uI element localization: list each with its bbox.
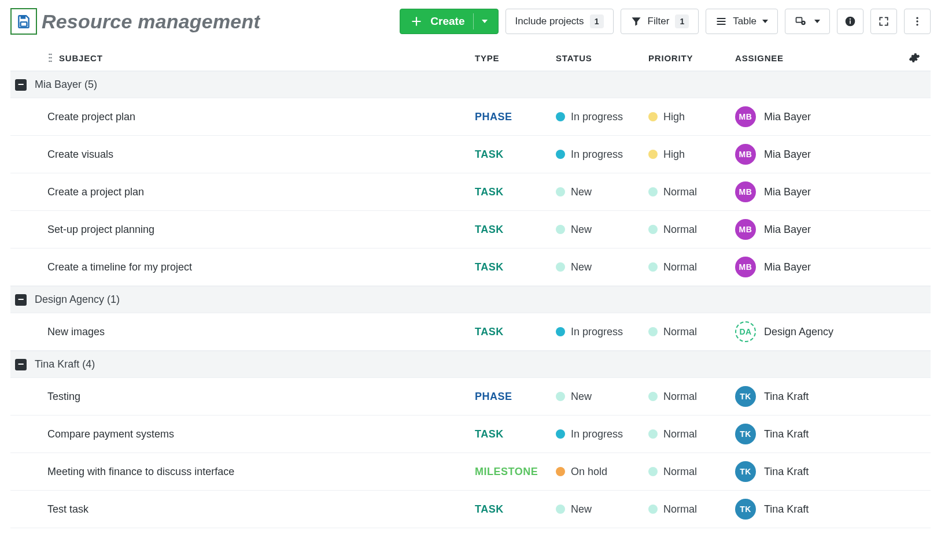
cell-assignee: MBMia Bayer: [735, 257, 897, 277]
funnel-icon: [630, 16, 642, 27]
group-header[interactable]: −Design Agency (1): [10, 286, 931, 313]
cell-type: TASK: [475, 186, 556, 198]
cell-subject: Create project plan: [38, 111, 475, 123]
table-row[interactable]: Test taskTASKNewNormalTKTina Kraft: [10, 491, 931, 528]
cell-status: New: [556, 186, 648, 198]
card-icon: [795, 16, 806, 27]
table-body: −Mia Bayer (5)Create project planPHASEIn…: [10, 71, 931, 528]
cell-type: TASK: [475, 428, 556, 440]
cell-assignee: MBMia Bayer: [735, 144, 897, 165]
view-select[interactable]: Table: [706, 9, 778, 34]
info-button[interactable]: [837, 9, 863, 34]
toolbar: Create Include projects 1 Filter 1 Tabl: [400, 9, 931, 34]
svg-rect-0: [21, 16, 26, 18]
cell-priority: Normal: [648, 503, 735, 516]
fullscreen-button[interactable]: [870, 9, 897, 34]
col-subject-label: SUBJECT: [59, 53, 103, 63]
priority-label: Normal: [663, 326, 697, 338]
group-label: Mia Bayer (5): [35, 79, 97, 91]
cell-subject: Meeting with finance to discuss interfac…: [38, 466, 475, 478]
cell-status: New: [556, 391, 648, 403]
col-status[interactable]: STATUS: [556, 53, 648, 63]
chevron-down-icon: [814, 20, 820, 23]
avatar: MB: [735, 181, 756, 202]
col-priority[interactable]: PRIORITY: [648, 53, 735, 63]
table-row[interactable]: Create project planPHASEIn progressHighM…: [10, 98, 931, 136]
avatar: MB: [735, 144, 756, 165]
priority-dot-icon: [648, 262, 658, 272]
priority-label: High: [663, 111, 685, 123]
group-header[interactable]: −Tina Kraft (4): [10, 351, 931, 378]
status-dot-icon: [556, 429, 565, 439]
svg-point-15: [916, 20, 918, 22]
priority-label: Normal: [663, 391, 697, 403]
avatar: TK: [735, 499, 756, 520]
more-menu-button[interactable]: [904, 9, 931, 34]
priority-dot-icon: [648, 187, 658, 196]
table-row[interactable]: Create visualsTASKIn progressHighMBMia B…: [10, 136, 931, 173]
cell-assignee: MBMia Bayer: [735, 181, 897, 202]
include-projects-button[interactable]: Include projects 1: [505, 9, 614, 34]
collapse-icon[interactable]: −: [15, 79, 27, 91]
collapse-icon[interactable]: −: [15, 359, 27, 370]
table-row[interactable]: Create a timeline for my projectTASKNewN…: [10, 249, 931, 286]
priority-label: Normal: [663, 224, 697, 236]
filter-label: Filter: [648, 16, 670, 27]
col-type[interactable]: TYPE: [475, 53, 556, 63]
cell-assignee: MBMia Bayer: [735, 219, 897, 240]
assignee-name: Tina Kraft: [764, 466, 809, 478]
col-assignee[interactable]: ASSIGNEE: [735, 53, 897, 63]
table-row[interactable]: New imagesTASKIn progressNormalDADesign …: [10, 313, 931, 351]
cell-assignee: TKTina Kraft: [735, 499, 897, 520]
group-header[interactable]: −Mia Bayer (5): [10, 71, 931, 98]
cell-type: TASK: [475, 326, 556, 338]
status-label: On hold: [571, 466, 607, 478]
create-label: Create: [430, 15, 464, 28]
cell-type: PHASE: [475, 391, 556, 403]
group-label: Design Agency (1): [35, 294, 120, 306]
cell-assignee: TKTina Kraft: [735, 461, 897, 482]
table-header: SUBJECT TYPE STATUS PRIORITY ASSIGNEE: [10, 45, 931, 71]
chevron-down-icon: [482, 20, 488, 23]
priority-label: High: [663, 149, 685, 161]
cell-status: New: [556, 261, 648, 273]
svg-point-19: [49, 57, 50, 59]
table-row[interactable]: TestingPHASENewNormalTKTina Kraft: [10, 378, 931, 416]
cell-subject: New images: [38, 326, 475, 338]
priority-label: Normal: [663, 261, 697, 273]
table-row[interactable]: Set-up project planningTASKNewNormalMBMi…: [10, 211, 931, 249]
svg-point-17: [49, 54, 50, 55]
cell-type: TASK: [475, 149, 556, 161]
table-icon: [715, 16, 727, 27]
status-label: In progress: [571, 111, 623, 123]
card-view-button[interactable]: [785, 9, 830, 34]
cell-priority: Normal: [648, 186, 735, 198]
cell-status: In progress: [556, 326, 648, 338]
title-area: Resource management: [10, 8, 390, 35]
svg-point-21: [49, 61, 50, 62]
table-row[interactable]: Compare payment systemsTASKIn progressNo…: [10, 416, 931, 453]
status-label: In progress: [571, 326, 623, 338]
table-settings-button[interactable]: [909, 52, 920, 64]
avatar: TK: [735, 424, 756, 444]
cell-assignee: MBMia Bayer: [735, 106, 897, 127]
cell-priority: High: [648, 149, 735, 161]
create-button[interactable]: Create: [400, 9, 498, 34]
status-dot-icon: [556, 392, 565, 401]
collapse-icon[interactable]: −: [15, 294, 27, 306]
table-row[interactable]: Create a project planTASKNewNormalMBMia …: [10, 173, 931, 211]
priority-dot-icon: [648, 505, 658, 514]
save-button[interactable]: [10, 8, 37, 35]
svg-point-13: [850, 18, 851, 20]
status-label: New: [571, 186, 592, 198]
filter-button[interactable]: Filter 1: [621, 9, 699, 34]
status-label: New: [571, 261, 592, 273]
table-row[interactable]: Meeting with finance to discuss interfac…: [10, 453, 931, 491]
assignee-name: Mia Bayer: [764, 186, 811, 198]
cell-subject: Create a timeline for my project: [38, 261, 475, 273]
status-label: In progress: [571, 428, 623, 440]
status-dot-icon: [556, 467, 565, 476]
col-subject[interactable]: SUBJECT: [38, 53, 475, 63]
svg-rect-1: [21, 22, 27, 27]
gear-icon: [909, 52, 920, 64]
